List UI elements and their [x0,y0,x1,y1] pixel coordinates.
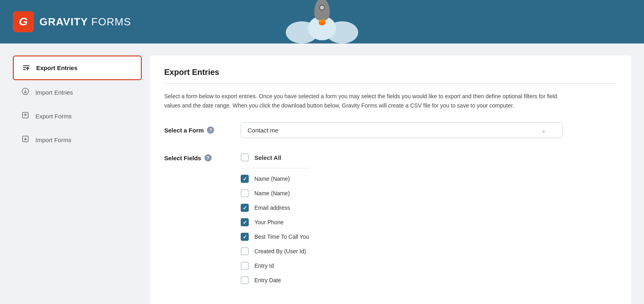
checkbox-label-name-1: Name (Name) [254,176,290,182]
logo-area: G GRAVITY FORMS [13,11,131,32]
checkbox-name-1[interactable] [241,175,249,183]
select-form-row: Select a Form ? Contact me ⌄ [164,122,617,138]
checkbox-row-phone: Your Phone [241,215,309,230]
rocket-body [314,0,330,20]
checkbox-row-best-time: Best Time To Call You [241,230,309,244]
rocket-illustration [286,0,358,43]
checkbox-select-all[interactable] [241,153,249,161]
select-form-label: Select a Form ? [164,122,229,134]
select-fields-label: Select Fields ? [164,150,229,161]
checkbox-label-entry-id: Entry Id [254,263,274,269]
select-fields-help-icon[interactable]: ? [204,154,212,161]
sidebar-item-export-entries[interactable]: Export Entries [13,56,142,80]
sidebar-item-export-forms[interactable]: Export Forms [13,105,142,128]
checkbox-label-created-by: Created By (User Id) [254,248,306,254]
page-title: Export Entries [164,68,617,84]
fields-divider [241,168,309,168]
form-select-dropdown[interactable]: Contact me ⌄ [241,122,563,138]
sidebar-import-entries-label: Import Entries [35,89,73,96]
export-entries-icon [22,63,31,73]
checkbox-phone[interactable] [241,218,249,226]
import-forms-icon [21,135,30,145]
checkbox-row-select-all: Select All [241,150,309,165]
checkbox-email[interactable] [241,204,249,212]
checkbox-label-phone: Your Phone [254,219,284,225]
sidebar: Export Entries Import Entries Export [13,56,150,304]
sidebar-export-entries-label: Export Entries [36,64,78,71]
logo-icon: G [13,11,34,32]
checkbox-row-name-1: Name (Name) [241,172,309,186]
checkbox-entry-id[interactable] [241,262,249,270]
export-forms-icon [21,111,30,121]
form-select-wrapper: Contact me ⌄ [241,122,563,138]
description-text: Select a form below to export entries. O… [164,92,559,110]
checkbox-label-name-2: Name (Name) [254,190,290,196]
chevron-down-icon: ⌄ [541,127,546,134]
checkbox-row-entry-id: Entry Id [241,259,309,273]
selected-form-value: Contact me [248,127,279,134]
checkbox-label-select-all: Select All [254,154,281,161]
rocket-flame [319,20,325,25]
logo-light: FORMS [88,16,131,28]
checkbox-row-created-by: Created By (User Id) [241,244,309,259]
checkbox-row-name-2: Name (Name) [241,186,309,201]
sidebar-item-import-entries[interactable]: Import Entries [13,81,142,104]
checkbox-label-best-time: Best Time To Call You [254,234,309,240]
sidebar-item-import-forms[interactable]: Import Forms [13,128,142,151]
checkbox-entry-date[interactable] [241,276,249,284]
select-form-help-icon[interactable]: ? [207,126,214,134]
sidebar-import-forms-label: Import Forms [35,136,71,143]
import-entries-icon [21,87,30,97]
checkbox-label-entry-date: Entry Date [254,277,281,283]
checkbox-label-email: Email address [254,205,290,211]
checkbox-row-entry-date: Entry Date [241,273,309,287]
fields-list: Select All Name (Name) Name (Name) Email… [241,150,309,287]
sidebar-export-forms-label: Export Forms [35,113,72,120]
checkbox-name-2[interactable] [241,189,249,197]
select-fields-row: Select Fields ? Select All Name (Name) [164,150,617,287]
logo-text: GRAVITY FORMS [39,16,131,28]
checkbox-row-email: Email address [241,201,309,215]
main-container: Export Entries Import Entries Export [0,43,644,304]
checkbox-created-by[interactable] [241,247,249,255]
header: G GRAVITY FORMS [0,0,644,43]
rocket-window [319,5,325,10]
content-area: Export Entries Select a form below to ex… [150,56,631,304]
logo-bold: GRAVITY [39,16,88,28]
checkbox-best-time[interactable] [241,233,249,241]
cloud-group [286,23,358,43]
